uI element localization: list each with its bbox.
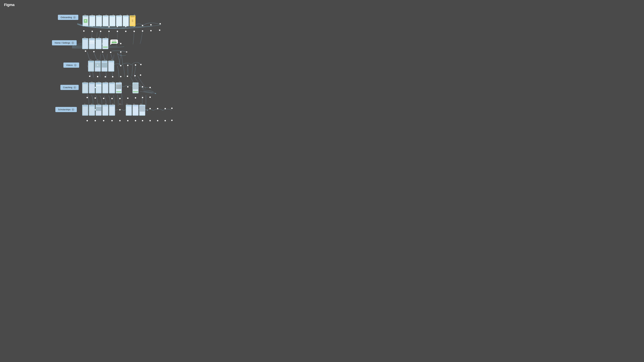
onboarding-frame-7[interactable]: $ Success! xyxy=(130,15,136,26)
coaching-play-icon[interactable] xyxy=(74,86,76,89)
svg-point-54 xyxy=(142,86,143,87)
svg-point-19 xyxy=(150,30,152,31)
home-settings-label[interactable]: Home / Settings xyxy=(52,40,77,45)
svg-point-58 xyxy=(103,98,104,99)
svg-point-73 xyxy=(150,108,151,109)
onboarding-frame-1[interactable] xyxy=(89,15,95,26)
vid-frame-1[interactable] xyxy=(95,61,101,71)
svg-point-80 xyxy=(111,120,113,121)
svg-point-79 xyxy=(103,120,104,121)
sc-frame-6[interactable] xyxy=(132,105,138,116)
svg-point-82 xyxy=(127,120,128,121)
svg-point-77 xyxy=(86,120,88,121)
hs-frame-3[interactable] xyxy=(102,38,108,49)
onboarding-frame-5[interactable] xyxy=(116,15,122,26)
home-settings-text: Home / Settings xyxy=(55,41,70,44)
vid-label-2: Vi... xyxy=(104,59,106,60)
svg-point-88 xyxy=(171,120,172,121)
co-frame-0[interactable] xyxy=(82,82,88,93)
videos-section: Videos xyxy=(64,62,79,68)
svg-point-40 xyxy=(97,76,98,77)
svg-point-35 xyxy=(120,65,122,66)
coaching-text: Coaching xyxy=(63,86,72,89)
svg-point-38 xyxy=(140,64,142,65)
co-frame-person[interactable] xyxy=(132,82,138,93)
svg-point-42 xyxy=(112,76,113,77)
vid-frame-2[interactable] xyxy=(102,61,108,71)
svg-point-9 xyxy=(150,24,152,25)
svg-point-13 xyxy=(100,31,101,32)
svg-point-27 xyxy=(93,51,94,52)
videos-label[interactable]: Videos xyxy=(64,62,79,68)
svg-point-46 xyxy=(140,74,141,76)
onboarding-play-icon[interactable] xyxy=(73,16,76,18)
co-frame-2[interactable] xyxy=(96,82,102,93)
onboarding-section: Onboarding xyxy=(58,15,78,20)
sc-frame-7[interactable] xyxy=(139,105,145,116)
svg-point-87 xyxy=(164,120,166,121)
sc-frame-3[interactable] xyxy=(102,105,108,116)
sc-frame-0[interactable] xyxy=(82,105,88,116)
svg-point-85 xyxy=(150,120,151,121)
scholarships-label[interactable]: Scholarships xyxy=(55,107,77,112)
svg-point-59 xyxy=(111,98,113,99)
svg-point-39 xyxy=(89,76,90,77)
svg-point-18 xyxy=(142,30,143,32)
hs-frame-0[interactable] xyxy=(82,38,88,49)
svg-point-16 xyxy=(125,31,126,32)
svg-point-0 xyxy=(126,51,127,53)
svg-point-26 xyxy=(85,50,86,52)
co-frame-5[interactable] xyxy=(116,82,122,93)
vid-label-3: Vi... xyxy=(111,59,114,60)
vid-frame-3[interactable] xyxy=(108,61,114,71)
sc-frame-4[interactable] xyxy=(109,105,115,116)
vid-frame-0[interactable] xyxy=(88,61,94,71)
videos-play-icon[interactable] xyxy=(74,64,76,66)
svg-point-41 xyxy=(105,76,106,77)
svg-point-17 xyxy=(134,31,135,32)
onboarding-frame-3[interactable] xyxy=(103,15,109,26)
hs-frame-2[interactable] xyxy=(96,38,102,49)
svg-point-10 xyxy=(160,23,161,24)
svg-point-14 xyxy=(108,31,110,32)
success-dialog: Available Confirm xyxy=(110,39,118,44)
onboarding-label[interactable]: Onboarding xyxy=(58,15,78,20)
onboarding-frame-4[interactable] xyxy=(109,15,116,26)
svg-point-36 xyxy=(127,65,128,66)
svg-point-83 xyxy=(135,120,136,121)
hs-frame-1[interactable] xyxy=(89,38,95,49)
svg-point-84 xyxy=(142,120,143,121)
co-frame-4[interactable] xyxy=(109,82,115,93)
svg-point-37 xyxy=(135,64,136,66)
svg-point-56 xyxy=(86,97,88,98)
svg-point-30 xyxy=(120,51,122,53)
coaching-section: Coaching xyxy=(60,85,79,90)
onboarding-frame-2[interactable] xyxy=(96,15,102,26)
onboarding-text: Onboarding xyxy=(60,16,72,18)
home-settings-play-icon[interactable] xyxy=(72,42,74,44)
svg-point-76 xyxy=(171,108,172,109)
co-frame-3[interactable] xyxy=(102,82,108,93)
scholarships-section: Scholarships xyxy=(55,107,77,112)
svg-point-74 xyxy=(157,108,158,109)
sc-frame-2[interactable] xyxy=(96,105,102,116)
svg-point-44 xyxy=(127,76,128,77)
vid-label-0: Vi... xyxy=(90,59,92,60)
coaching-label[interactable]: Coaching xyxy=(60,85,79,90)
onboarding-frame-6[interactable] xyxy=(123,15,129,26)
co-frame-1[interactable] xyxy=(89,82,95,93)
home-settings-section: Home / Settings xyxy=(52,40,77,45)
sc-frame-5[interactable] xyxy=(126,105,132,116)
onboarding-frame-0[interactable]: M xyxy=(82,15,88,26)
svg-point-29 xyxy=(110,52,111,53)
scholarships-play-icon[interactable] xyxy=(72,108,74,111)
svg-point-11 xyxy=(83,30,84,32)
svg-point-75 xyxy=(164,108,166,109)
svg-point-57 xyxy=(94,97,96,99)
svg-point-15 xyxy=(117,31,118,32)
sc-frame-1[interactable] xyxy=(89,105,95,116)
svg-point-61 xyxy=(127,97,128,99)
figma-logo: Figma xyxy=(4,3,14,7)
svg-point-64 xyxy=(150,96,151,98)
svg-point-62 xyxy=(135,97,136,98)
